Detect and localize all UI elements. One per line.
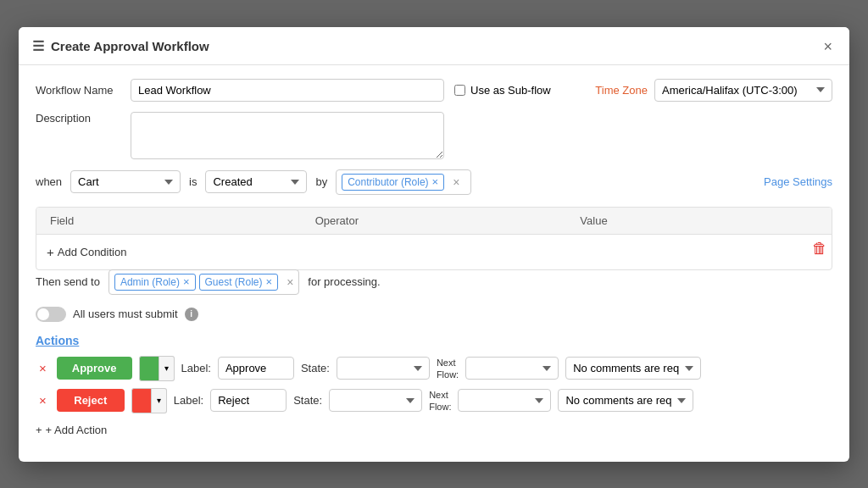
use-as-subflow-group: Use as Sub-flow xyxy=(454,84,551,97)
approve-next-flow-select[interactable] xyxy=(465,357,559,380)
reject-label-field-label: Label: xyxy=(174,394,203,407)
approve-color-swatch[interactable] xyxy=(139,356,159,381)
reject-comments-select[interactable]: No comments are required xyxy=(558,389,693,412)
add-action-button[interactable]: + + Add Action xyxy=(36,420,107,440)
contributor-role-tag: Contributor (Role) × xyxy=(342,174,444,191)
reject-next-flow-label: Next xyxy=(429,390,451,400)
reject-delete-button[interactable]: × xyxy=(36,393,50,408)
use-as-subflow-checkbox[interactable] xyxy=(454,85,465,96)
contributor-role-tag-close[interactable]: × xyxy=(432,176,439,187)
approve-state-select[interactable] xyxy=(337,357,430,380)
modal-header: ☰ Create Approval Workflow × xyxy=(19,27,849,65)
reject-state-field-label: State: xyxy=(293,394,322,407)
then-send-tag-container-clear[interactable]: × xyxy=(287,275,293,289)
value-header: Value xyxy=(566,208,832,234)
time-zone-label: Time Zone xyxy=(595,84,648,97)
timezone-group: Time Zone America/Halifax (UTC-3:00) xyxy=(595,79,832,102)
when-label: when xyxy=(36,175,62,188)
toggle-row: All users must submit i xyxy=(36,307,832,322)
reject-color-group: ▾ xyxy=(131,388,167,413)
admin-role-tag-label: Admin (Role) xyxy=(120,276,180,288)
guest-role-tag-label: Guest (Role) xyxy=(205,276,263,288)
approve-next-flow-group: Next Flow: xyxy=(437,358,459,380)
reject-color-dropdown[interactable]: ▾ xyxy=(152,388,167,413)
admin-role-tag: Admin (Role) × xyxy=(114,274,196,291)
all-users-toggle[interactable] xyxy=(36,307,66,322)
workflow-name-label: Workflow Name xyxy=(36,84,120,97)
close-button[interactable]: × xyxy=(820,37,836,56)
entity-select[interactable]: Cart xyxy=(70,170,181,193)
reject-state-select[interactable] xyxy=(329,389,422,412)
approve-delete-button[interactable]: × xyxy=(36,361,50,375)
workflow-icon: ☰ xyxy=(32,38,44,54)
conditions-table-delete-button[interactable]: 🗑 xyxy=(807,236,832,261)
then-send-tag-container[interactable]: Admin (Role) × Guest (Role) × × xyxy=(108,269,299,295)
approve-button[interactable]: Approve xyxy=(57,357,132,380)
by-tag-container[interactable]: Contributor (Role) × × xyxy=(336,169,471,195)
workflow-name-input[interactable] xyxy=(131,79,444,102)
by-label: by xyxy=(315,175,327,188)
approve-state-field-label: State: xyxy=(301,362,330,374)
modal-overlay: ☰ Create Approval Workflow × Workflow Na… xyxy=(0,0,868,488)
reject-next-flow-select[interactable] xyxy=(458,389,551,412)
approve-label-field-label: Label: xyxy=(181,362,211,374)
when-row: when Cart is Created by Contributor (Rol… xyxy=(36,169,832,195)
approve-next-flow-label2: Flow: xyxy=(437,369,459,380)
then-send-label: Then send to xyxy=(36,275,100,288)
modal-title-text: Create Approval Workflow xyxy=(51,39,209,53)
description-input[interactable] xyxy=(131,112,444,159)
approve-label-input[interactable] xyxy=(218,357,294,380)
description-label: Description xyxy=(36,112,120,125)
add-action-plus-icon: + xyxy=(36,424,42,436)
then-send-row: Then send to Admin (Role) × Guest (Role)… xyxy=(36,269,832,295)
modal-title: ☰ Create Approval Workflow xyxy=(32,38,209,54)
info-icon[interactable]: i xyxy=(185,308,198,321)
approve-color-dropdown[interactable]: ▾ xyxy=(159,356,175,381)
approve-next-flow-label: Next xyxy=(437,358,459,368)
reject-next-flow-group: Next Flow: xyxy=(429,390,451,412)
time-zone-select[interactable]: America/Halifax (UTC-3:00) xyxy=(654,79,832,102)
reject-button[interactable]: Reject xyxy=(57,389,125,412)
page-settings-link[interactable]: Page Settings xyxy=(764,175,832,188)
for-processing-label: for processing. xyxy=(308,275,380,288)
guest-role-tag-close[interactable]: × xyxy=(266,276,273,287)
add-action-label: + Add Action xyxy=(46,424,108,436)
reject-action-row: × Reject ▾ Label: State: Next Flow: xyxy=(36,388,832,413)
field-header: Field xyxy=(36,208,302,234)
all-users-label: All users must submit xyxy=(73,308,178,320)
guest-role-tag: Guest (Role) × xyxy=(199,274,279,291)
description-row: Description xyxy=(36,112,832,159)
condition-select[interactable]: Created xyxy=(205,170,307,193)
modal-body: Workflow Name Use as Sub-flow Time Zone … xyxy=(19,65,849,462)
reject-color-swatch[interactable] xyxy=(131,388,152,413)
actions-section: Actions × Approve ▾ Label: State: xyxy=(36,334,832,440)
by-tag-container-clear[interactable]: × xyxy=(453,175,459,189)
approve-action-row: × Approve ▾ Label: State: Next Flow: xyxy=(36,356,832,381)
conditions-table-header: Field Operator Value xyxy=(36,208,832,235)
is-label: is xyxy=(189,175,197,188)
approve-comments-select[interactable]: No comments are required xyxy=(565,357,701,380)
approve-color-group: ▾ xyxy=(139,356,175,381)
create-approval-workflow-modal: ☰ Create Approval Workflow × Workflow Na… xyxy=(19,27,849,462)
reject-label-input[interactable] xyxy=(210,389,287,412)
admin-role-tag-close[interactable]: × xyxy=(183,276,190,287)
use-as-subflow-label: Use as Sub-flow xyxy=(470,84,551,97)
operator-header: Operator xyxy=(302,208,567,234)
contributor-role-tag-label: Contributor (Role) xyxy=(348,176,428,188)
workflow-name-row: Workflow Name Use as Sub-flow Time Zone … xyxy=(36,79,832,102)
reject-next-flow-label2: Flow: xyxy=(429,402,451,412)
actions-section-label: Actions xyxy=(36,334,832,347)
